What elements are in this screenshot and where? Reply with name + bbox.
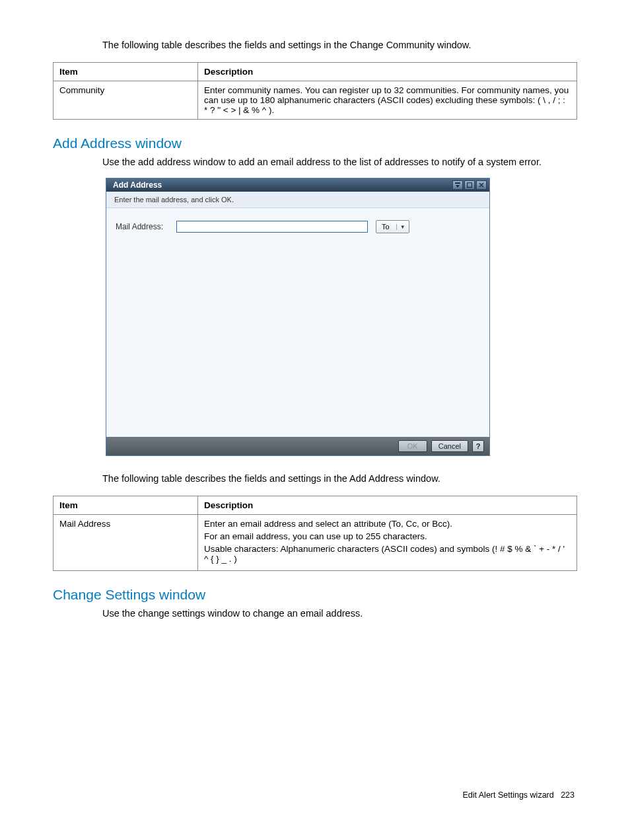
svg-rect-2 — [468, 183, 472, 188]
th-description: Description — [198, 496, 577, 515]
add-address-table: Item Description Mail Address Enter an e… — [53, 496, 577, 571]
table-header-row: Item Description — [53, 63, 577, 81]
close-icon[interactable] — [476, 180, 487, 190]
mail-address-row: Mail Address: To ▼ — [116, 220, 480, 233]
help-button[interactable]: ? — [472, 440, 484, 452]
ok-button[interactable]: OK — [398, 440, 427, 452]
mail-address-input[interactable] — [176, 221, 368, 233]
dialog-titlebar: Add Address — [106, 178, 489, 192]
text-add-address: Use the add address window to add an ema… — [102, 157, 577, 167]
intro-text-change-community: The following table describes the fields… — [102, 40, 577, 50]
page-footer: Edit Alert Settings wizard 223 — [53, 790, 577, 800]
dialog-title: Add Address — [113, 180, 162, 190]
add-address-dialog: Add Address Enter the mail address, and … — [106, 178, 490, 456]
desc-line: Usable characters: Alphanumeric characte… — [204, 544, 571, 564]
table-row: Mail Address Enter an email address and … — [53, 515, 577, 571]
svg-marker-1 — [456, 185, 460, 188]
td-item: Community — [53, 81, 198, 120]
table-row: Community Enter community names. You can… — [53, 81, 577, 120]
footer-section-title: Edit Alert Settings wizard — [462, 790, 553, 800]
document-page: The following table describes the fields… — [0, 0, 630, 826]
collapse-icon[interactable] — [452, 180, 463, 190]
chevron-down-icon: ▼ — [396, 224, 409, 230]
text-change-settings: Use the change settings window to change… — [102, 608, 577, 619]
maximize-icon[interactable] — [464, 180, 475, 190]
intro-text-add-address: The following table describes the fields… — [102, 473, 577, 484]
change-community-table: Item Description Community Enter communi… — [53, 62, 577, 120]
td-description: Enter an email address and select an att… — [198, 515, 577, 571]
table-header-row: Item Description — [53, 496, 577, 515]
th-description: Description — [198, 63, 577, 81]
cancel-button[interactable]: Cancel — [431, 440, 468, 452]
window-controls — [452, 180, 487, 190]
mail-address-label: Mail Address: — [116, 222, 168, 231]
page-number: 223 — [561, 790, 575, 800]
desc-line: For an email address, you can use up to … — [204, 531, 571, 541]
svg-rect-0 — [455, 182, 460, 184]
th-item: Item — [53, 63, 198, 81]
td-description: Enter community names. You can register … — [198, 81, 577, 120]
heading-add-address: Add Address window — [53, 135, 577, 151]
dialog-footer: OK Cancel ? — [106, 437, 489, 455]
th-item: Item — [53, 496, 198, 515]
desc-line: Enter an email address and select an att… — [204, 519, 571, 529]
td-item: Mail Address — [53, 515, 198, 571]
dialog-instruction: Enter the mail address, and click OK. — [106, 192, 489, 208]
dialog-body: Mail Address: To ▼ — [106, 208, 489, 437]
attribute-dropdown[interactable]: To ▼ — [376, 220, 409, 233]
dropdown-value: To — [376, 223, 396, 231]
heading-change-settings: Change Settings window — [53, 587, 577, 603]
